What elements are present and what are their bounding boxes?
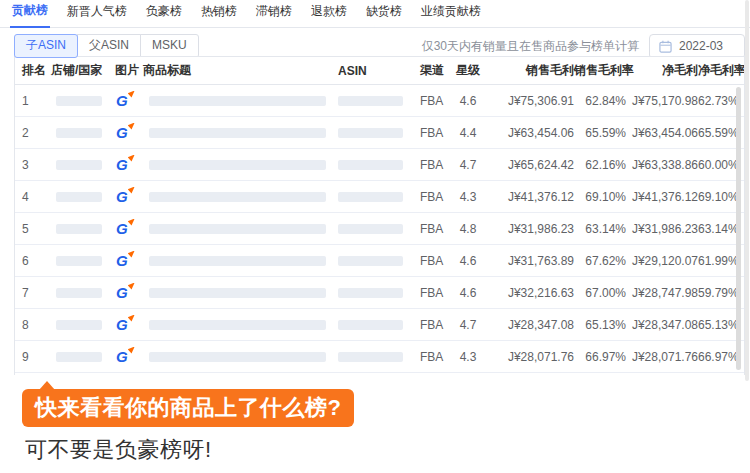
stars-value: 4.6 bbox=[448, 94, 488, 108]
gross-profit-value: J¥28,071.76 bbox=[488, 350, 574, 364]
rank-value: 9 bbox=[15, 350, 51, 364]
g-brand-logo-icon: G bbox=[116, 125, 135, 140]
title-placeholder bbox=[149, 256, 326, 266]
store-placeholder bbox=[56, 160, 102, 170]
asin-placeholder bbox=[338, 192, 403, 202]
tab-negative-profit[interactable]: 负豪榜 bbox=[144, 0, 184, 27]
g-brand-logo-icon: G bbox=[116, 157, 135, 172]
stars-value: 4.4 bbox=[448, 126, 488, 140]
asin-placeholder bbox=[338, 352, 403, 362]
asin-placeholder bbox=[338, 320, 403, 330]
gross-margin-value: 69.10% bbox=[574, 190, 626, 204]
store-placeholder bbox=[56, 224, 102, 234]
stars-value: 4.7 bbox=[448, 318, 488, 332]
asin-placeholder bbox=[338, 256, 403, 266]
store-placeholder bbox=[56, 192, 102, 202]
title-placeholder bbox=[149, 320, 326, 330]
net-profit-value: J¥29,120.07 bbox=[626, 254, 698, 268]
rank-value: 4 bbox=[15, 190, 51, 204]
store-placeholder bbox=[56, 256, 102, 266]
store-placeholder bbox=[56, 288, 102, 298]
store-placeholder bbox=[56, 352, 102, 362]
callout-subtext: 可不要是负豪榜呀! bbox=[22, 435, 354, 465]
page-scrollbar-thumb[interactable] bbox=[745, 0, 749, 381]
col-header-image: 图片 bbox=[111, 62, 143, 79]
rank-value: 2 bbox=[15, 126, 51, 140]
title-placeholder bbox=[149, 160, 326, 170]
calendar-icon bbox=[659, 40, 672, 53]
net-profit-value: J¥63,338.86 bbox=[626, 158, 698, 172]
net-profit-value: J¥28,747.98 bbox=[626, 286, 698, 300]
tab-slow-sale[interactable]: 滞销榜 bbox=[254, 0, 294, 27]
parent-asin-button[interactable]: 父ASIN bbox=[77, 34, 141, 57]
table-row[interactable]: 2 G FBA 4.4 J¥63,454.06 65.59% J¥63,454.… bbox=[15, 117, 744, 149]
table-row[interactable]: 5 G FBA 4.8 J¥31,986.23 63.14% J¥31,986.… bbox=[15, 213, 744, 245]
col-header-net-profit: 净毛利 bbox=[626, 62, 698, 79]
stars-value: 4.3 bbox=[448, 190, 488, 204]
ranking-table: 排名 店铺/国家 图片 商品标题 ASIN 渠道 星级 销售毛利 销售毛利率 净… bbox=[14, 56, 745, 375]
gross-margin-value: 67.00% bbox=[574, 286, 626, 300]
table-row[interactable]: 1 G FBA 4.6 J¥75,306.91 62.84% J¥75,170.… bbox=[15, 85, 744, 117]
stars-value: 4.8 bbox=[448, 222, 488, 236]
asin-placeholder bbox=[338, 288, 403, 298]
asin-placeholder bbox=[338, 224, 403, 234]
channel-value: FBA bbox=[404, 126, 448, 140]
store-placeholder bbox=[56, 128, 102, 138]
net-profit-value: J¥28,071.76 bbox=[626, 350, 698, 364]
tab-new-popularity[interactable]: 新晋人气榜 bbox=[65, 0, 129, 27]
stars-value: 4.6 bbox=[448, 254, 488, 268]
gross-profit-value: J¥31,763.89 bbox=[488, 254, 574, 268]
stars-value: 4.3 bbox=[448, 350, 488, 364]
channel-value: FBA bbox=[404, 158, 448, 172]
rank-value: 1 bbox=[15, 94, 51, 108]
rank-value: 5 bbox=[15, 222, 51, 236]
gross-profit-value: J¥32,216.63 bbox=[488, 286, 574, 300]
gross-margin-value: 62.16% bbox=[574, 158, 626, 172]
g-brand-logo-icon: G bbox=[116, 221, 135, 236]
asin-placeholder bbox=[338, 96, 403, 106]
gross-profit-value: J¥63,454.06 bbox=[488, 126, 574, 140]
channel-value: FBA bbox=[404, 190, 448, 204]
table-row[interactable]: 9 G FBA 4.3 J¥28,071.76 66.97% J¥28,071.… bbox=[15, 341, 744, 373]
col-header-channel: 渠道 bbox=[404, 62, 448, 79]
table-row-partial[interactable]: G bbox=[15, 373, 744, 375]
asin-placeholder bbox=[338, 160, 403, 170]
table-row[interactable]: 7 G FBA 4.6 J¥32,216.63 67.00% J¥28,747.… bbox=[15, 277, 744, 309]
gross-profit-value: J¥41,376.12 bbox=[488, 190, 574, 204]
msku-button[interactable]: MSKU bbox=[140, 34, 199, 57]
tab-out-of-stock[interactable]: 缺货榜 bbox=[364, 0, 404, 27]
net-profit-value: J¥41,376.12 bbox=[626, 190, 698, 204]
col-header-asin: ASIN bbox=[326, 64, 404, 78]
channel-value: FBA bbox=[404, 286, 448, 300]
tab-refund[interactable]: 退款榜 bbox=[309, 0, 349, 27]
channel-value: FBA bbox=[404, 94, 448, 108]
child-asin-button[interactable]: 子ASIN bbox=[14, 34, 78, 57]
table-row[interactable]: 3 G FBA 4.7 J¥65,624.42 62.16% J¥63,338.… bbox=[15, 149, 744, 181]
col-header-gross-margin: 销售毛利率 bbox=[574, 62, 626, 79]
col-header-net-margin: 净毛利率 bbox=[698, 62, 744, 79]
channel-value: FBA bbox=[404, 350, 448, 364]
table-scrollbar-thumb[interactable] bbox=[736, 87, 741, 370]
gross-margin-value: 66.97% bbox=[574, 350, 626, 364]
stars-value: 4.6 bbox=[448, 286, 488, 300]
col-header-stars: 星级 bbox=[448, 62, 488, 79]
gross-margin-value: 65.13% bbox=[574, 318, 626, 332]
tab-contribution[interactable]: 贡献榜 bbox=[10, 0, 50, 28]
tab-hot-sale[interactable]: 热销榜 bbox=[199, 0, 239, 27]
g-brand-logo-icon: G bbox=[116, 317, 135, 332]
month-picker-value: 2022-03 bbox=[679, 39, 723, 53]
g-brand-logo-icon: G bbox=[116, 93, 135, 108]
net-profit-value: J¥75,170.98 bbox=[626, 94, 698, 108]
callout: 快来看看你的商品上了什么榜? 可不要是负豪榜呀! bbox=[22, 389, 354, 465]
tab-performance-contribution[interactable]: 业绩贡献榜 bbox=[419, 0, 483, 27]
title-placeholder bbox=[149, 352, 326, 362]
stars-value: 4.7 bbox=[448, 158, 488, 172]
net-profit-value: J¥63,454.06 bbox=[626, 126, 698, 140]
table-row[interactable]: 8 G FBA 4.7 J¥28,347.08 65.13% J¥28,347.… bbox=[15, 309, 744, 341]
channel-value: FBA bbox=[404, 222, 448, 236]
gross-profit-value: J¥75,306.91 bbox=[488, 94, 574, 108]
store-placeholder bbox=[56, 96, 102, 106]
table-row[interactable]: 4 G FBA 4.3 J¥41,376.12 69.10% J¥41,376.… bbox=[15, 181, 744, 213]
table-row[interactable]: 6 G FBA 4.6 J¥31,763.89 67.62% J¥29,120.… bbox=[15, 245, 744, 277]
month-picker[interactable]: 2022-03 bbox=[649, 34, 745, 59]
